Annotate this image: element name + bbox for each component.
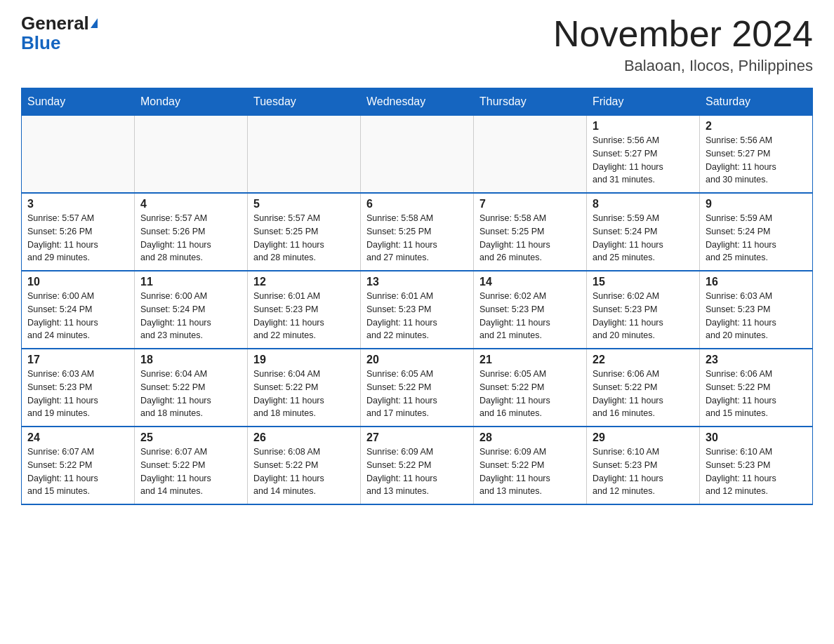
calendar-week-row: 3Sunrise: 5:57 AMSunset: 5:26 PMDaylight… [22, 193, 813, 271]
day-info: Sunrise: 5:56 AMSunset: 5:27 PMDaylight:… [593, 134, 694, 187]
day-number: 2 [706, 120, 807, 133]
calendar-cell: 29Sunrise: 6:10 AMSunset: 5:23 PMDayligh… [587, 427, 700, 504]
weekday-header-row: SundayMondayTuesdayWednesdayThursdayFrid… [22, 88, 813, 116]
day-number: 16 [706, 276, 807, 288]
calendar-cell: 26Sunrise: 6:08 AMSunset: 5:22 PMDayligh… [248, 427, 361, 504]
calendar-cell: 25Sunrise: 6:07 AMSunset: 5:22 PMDayligh… [135, 427, 248, 504]
calendar-cell: 3Sunrise: 5:57 AMSunset: 5:26 PMDaylight… [22, 193, 135, 271]
day-info: Sunrise: 6:09 AMSunset: 5:22 PMDaylight:… [479, 445, 581, 498]
day-number: 4 [140, 198, 241, 210]
calendar-cell: 19Sunrise: 6:04 AMSunset: 5:22 PMDayligh… [248, 349, 361, 427]
calendar-week-row: 17Sunrise: 6:03 AMSunset: 5:23 PMDayligh… [22, 349, 813, 427]
calendar-week-row: 24Sunrise: 6:07 AMSunset: 5:22 PMDayligh… [22, 427, 813, 504]
calendar-cell: 6Sunrise: 5:58 AMSunset: 5:25 PMDaylight… [361, 193, 474, 271]
day-number: 30 [706, 431, 807, 444]
day-info: Sunrise: 6:00 AMSunset: 5:24 PMDaylight:… [27, 290, 128, 342]
day-number: 13 [366, 276, 468, 288]
day-number: 1 [593, 120, 694, 133]
logo-blue: Blue [21, 34, 60, 52]
calendar-cell: 9Sunrise: 5:59 AMSunset: 5:24 PMDaylight… [700, 193, 813, 271]
day-info: Sunrise: 5:57 AMSunset: 5:26 PMDaylight:… [140, 212, 241, 264]
day-info: Sunrise: 5:57 AMSunset: 5:26 PMDaylight:… [27, 212, 128, 264]
calendar-cell: 13Sunrise: 6:01 AMSunset: 5:23 PMDayligh… [361, 271, 474, 349]
day-info: Sunrise: 6:04 AMSunset: 5:22 PMDaylight:… [253, 368, 355, 420]
day-number: 6 [366, 198, 468, 210]
weekday-header: Monday [135, 88, 248, 116]
day-number: 14 [479, 276, 581, 288]
calendar-cell: 22Sunrise: 6:06 AMSunset: 5:22 PMDayligh… [587, 349, 700, 427]
day-number: 17 [27, 354, 128, 366]
day-number: 15 [593, 276, 694, 288]
day-info: Sunrise: 6:10 AMSunset: 5:23 PMDaylight:… [706, 445, 807, 498]
day-number: 18 [140, 354, 241, 366]
weekday-header: Friday [587, 88, 700, 116]
calendar-cell: 5Sunrise: 5:57 AMSunset: 5:25 PMDaylight… [248, 193, 361, 271]
title-section: November 2024 Balaoan, Ilocos, Philippin… [553, 14, 813, 75]
day-number: 7 [479, 198, 581, 210]
calendar-cell: 23Sunrise: 6:06 AMSunset: 5:22 PMDayligh… [700, 349, 813, 427]
day-info: Sunrise: 6:06 AMSunset: 5:22 PMDaylight:… [593, 368, 694, 420]
calendar-cell: 12Sunrise: 6:01 AMSunset: 5:23 PMDayligh… [248, 271, 361, 349]
day-info: Sunrise: 6:00 AMSunset: 5:24 PMDaylight:… [140, 290, 241, 342]
day-info: Sunrise: 5:56 AMSunset: 5:27 PMDaylight:… [706, 134, 807, 187]
day-info: Sunrise: 5:57 AMSunset: 5:25 PMDaylight:… [253, 212, 355, 264]
day-info: Sunrise: 6:03 AMSunset: 5:23 PMDaylight:… [27, 368, 128, 420]
day-info: Sunrise: 6:06 AMSunset: 5:22 PMDaylight:… [706, 368, 807, 420]
weekday-header: Saturday [700, 88, 813, 116]
day-info: Sunrise: 6:01 AMSunset: 5:23 PMDaylight:… [366, 290, 468, 342]
weekday-header: Tuesday [248, 88, 361, 116]
calendar-cell [248, 116, 361, 194]
day-number: 24 [27, 431, 128, 444]
calendar-cell: 16Sunrise: 6:03 AMSunset: 5:23 PMDayligh… [700, 271, 813, 349]
day-info: Sunrise: 6:05 AMSunset: 5:22 PMDaylight:… [366, 368, 468, 420]
page-header: General Blue November 2024 Balaoan, Iloc… [21, 14, 813, 75]
day-number: 8 [593, 198, 694, 210]
day-info: Sunrise: 5:59 AMSunset: 5:24 PMDaylight:… [593, 212, 694, 264]
day-number: 3 [27, 198, 128, 210]
calendar-cell: 14Sunrise: 6:02 AMSunset: 5:23 PMDayligh… [474, 271, 587, 349]
logo-arrow-icon [91, 18, 98, 28]
day-info: Sunrise: 5:58 AMSunset: 5:25 PMDaylight:… [366, 212, 468, 264]
day-number: 21 [479, 354, 581, 366]
calendar-cell: 10Sunrise: 6:00 AMSunset: 5:24 PMDayligh… [22, 271, 135, 349]
day-number: 10 [27, 276, 128, 288]
calendar-cell: 27Sunrise: 6:09 AMSunset: 5:22 PMDayligh… [361, 427, 474, 504]
day-number: 5 [253, 198, 355, 210]
day-info: Sunrise: 6:05 AMSunset: 5:22 PMDaylight:… [479, 368, 581, 420]
calendar-week-row: 10Sunrise: 6:00 AMSunset: 5:24 PMDayligh… [22, 271, 813, 349]
day-number: 25 [140, 431, 241, 444]
calendar-cell: 21Sunrise: 6:05 AMSunset: 5:22 PMDayligh… [474, 349, 587, 427]
day-number: 26 [253, 431, 355, 444]
day-number: 20 [366, 354, 468, 366]
calendar-cell: 17Sunrise: 6:03 AMSunset: 5:23 PMDayligh… [22, 349, 135, 427]
calendar-cell: 18Sunrise: 6:04 AMSunset: 5:22 PMDayligh… [135, 349, 248, 427]
day-number: 22 [593, 354, 694, 366]
weekday-header: Wednesday [361, 88, 474, 116]
day-info: Sunrise: 6:02 AMSunset: 5:23 PMDaylight:… [593, 290, 694, 342]
day-info: Sunrise: 6:02 AMSunset: 5:23 PMDaylight:… [479, 290, 581, 342]
day-number: 29 [593, 431, 694, 444]
day-info: Sunrise: 6:10 AMSunset: 5:23 PMDaylight:… [593, 445, 694, 498]
location-title: Balaoan, Ilocos, Philippines [553, 57, 813, 75]
calendar-cell: 20Sunrise: 6:05 AMSunset: 5:22 PMDayligh… [361, 349, 474, 427]
day-info: Sunrise: 5:59 AMSunset: 5:24 PMDaylight:… [706, 212, 807, 264]
day-info: Sunrise: 6:04 AMSunset: 5:22 PMDaylight:… [140, 368, 241, 420]
weekday-header: Sunday [22, 88, 135, 116]
calendar-cell: 2Sunrise: 5:56 AMSunset: 5:27 PMDaylight… [700, 116, 813, 194]
weekday-header: Thursday [474, 88, 587, 116]
calendar-table: SundayMondayTuesdayWednesdayThursdayFrid… [21, 88, 813, 505]
day-number: 28 [479, 431, 581, 444]
day-info: Sunrise: 5:58 AMSunset: 5:25 PMDaylight:… [479, 212, 581, 264]
calendar-cell: 1Sunrise: 5:56 AMSunset: 5:27 PMDaylight… [587, 116, 700, 194]
logo-general: General [21, 14, 98, 32]
calendar-cell: 7Sunrise: 5:58 AMSunset: 5:25 PMDaylight… [474, 193, 587, 271]
calendar-cell: 24Sunrise: 6:07 AMSunset: 5:22 PMDayligh… [22, 427, 135, 504]
month-title: November 2024 [553, 14, 813, 54]
calendar-cell [22, 116, 135, 194]
day-number: 11 [140, 276, 241, 288]
day-number: 23 [706, 354, 807, 366]
calendar-cell: 4Sunrise: 5:57 AMSunset: 5:26 PMDaylight… [135, 193, 248, 271]
calendar-cell: 28Sunrise: 6:09 AMSunset: 5:22 PMDayligh… [474, 427, 587, 504]
day-number: 27 [366, 431, 468, 444]
calendar-cell [474, 116, 587, 194]
